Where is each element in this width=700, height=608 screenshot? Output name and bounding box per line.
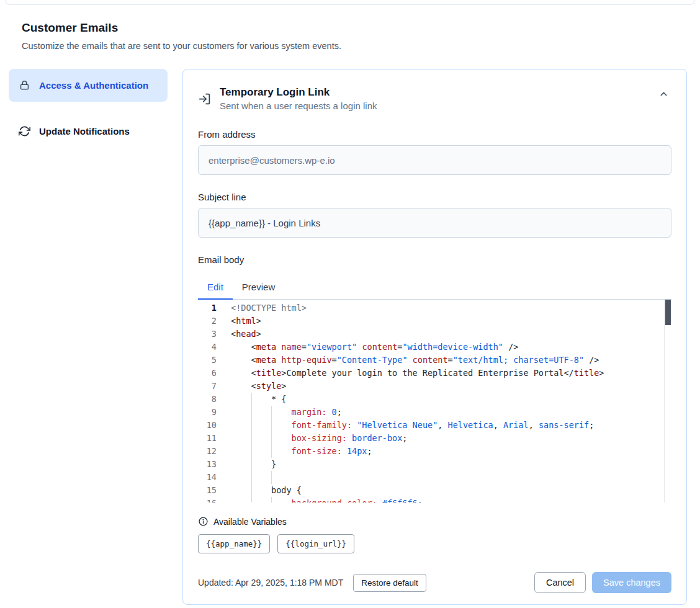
- indent-guide: [271, 419, 272, 432]
- email-body-code-editor[interactable]: 12345678910111213141516 <!DOCTYPE html><…: [198, 300, 671, 503]
- line-number: 15: [198, 484, 217, 497]
- card-header-text: Temporary Login Link Sent when a user re…: [220, 86, 647, 111]
- indent-guide: [251, 497, 252, 503]
- footer-actions: Cancel Save changes: [534, 572, 671, 593]
- indent-guide: [251, 458, 252, 471]
- code-line[interactable]: <head>: [231, 328, 671, 341]
- updated-timestamp: Updated: Apr 29, 2025, 1:18 PM MDT: [198, 578, 343, 588]
- indent-guide: [271, 497, 272, 503]
- indent-guide: [271, 445, 272, 458]
- code-line[interactable]: <html>: [231, 315, 671, 328]
- line-number: 12: [198, 445, 217, 458]
- sidebar-item-label: Access & Authentication: [39, 78, 148, 92]
- card-subtitle: Sent when a user requests a login link: [220, 101, 647, 111]
- line-number: 10: [198, 419, 217, 432]
- tab-preview[interactable]: Preview: [233, 275, 284, 300]
- line-number: 1: [198, 302, 217, 315]
- line-number: 11: [198, 432, 217, 445]
- tab-edit[interactable]: Edit: [198, 275, 233, 300]
- line-number: 2: [198, 315, 217, 328]
- email-types-sidebar: Access & Authentication Update Notificat…: [9, 69, 168, 146]
- subject-line-label: Subject line: [198, 192, 671, 202]
- chevron-up-icon: [658, 89, 669, 99]
- line-number: 16: [198, 497, 217, 503]
- variable-chips: {{app_name}} {{login_url}}: [198, 534, 671, 553]
- editor-gutter: 12345678910111213141516: [198, 302, 225, 503]
- indent-guide: [251, 432, 252, 445]
- card-title: Temporary Login Link: [220, 86, 647, 99]
- from-address-label: From address: [198, 129, 671, 140]
- content-area: Access & Authentication Update Notificat…: [0, 69, 700, 605]
- save-changes-button[interactable]: Save changes: [592, 572, 671, 593]
- indent-guide: [251, 471, 252, 484]
- available-variables-label: Available Variables: [213, 517, 287, 527]
- code-line[interactable]: font-size: 14px;: [231, 445, 671, 458]
- cancel-button[interactable]: Cancel: [534, 572, 586, 593]
- restore-default-button[interactable]: Restore default: [353, 574, 426, 592]
- scrollbar-thumb[interactable]: [665, 300, 671, 325]
- from-address-input[interactable]: [198, 145, 671, 175]
- variable-chip-login-url[interactable]: {{login_url}}: [277, 534, 354, 553]
- indent-guide: [251, 393, 252, 406]
- code-line[interactable]: }: [231, 458, 671, 471]
- card-header: Temporary Login Link Sent when a user re…: [198, 86, 671, 111]
- code-line[interactable]: background-color: #f6f6f6;: [231, 497, 671, 503]
- sidebar-item-access-authentication[interactable]: Access & Authentication: [9, 69, 168, 102]
- code-line[interactable]: body {: [231, 484, 671, 497]
- refresh-icon: [19, 125, 30, 137]
- line-number: 14: [198, 471, 217, 484]
- indent-guide: [271, 406, 272, 419]
- code-line[interactable]: <!DOCTYPE html>: [231, 302, 671, 315]
- code-line[interactable]: * {: [231, 393, 671, 406]
- editor-tabs: Edit Preview: [198, 275, 671, 300]
- editor-scrollbar[interactable]: [664, 300, 671, 503]
- line-number: 13: [198, 458, 217, 471]
- page-title: Customer Emails: [22, 20, 678, 35]
- indent-guide: [251, 419, 252, 432]
- code-line[interactable]: <meta http-equiv="Content-Type" content=…: [231, 354, 671, 367]
- line-number: 8: [198, 393, 217, 406]
- indent-guide: [271, 471, 272, 484]
- line-number: 3: [198, 328, 217, 341]
- code-line[interactable]: box-sizing: border-box;: [231, 432, 671, 445]
- indent-guide: [271, 432, 272, 445]
- code-line[interactable]: <style>: [231, 380, 671, 393]
- line-number: 6: [198, 367, 217, 380]
- indent-guide: [251, 484, 252, 497]
- code-line[interactable]: font-family: "Helvetica Neue", Helvetica…: [231, 419, 671, 432]
- page-header: Customer Emails Customize the emails tha…: [0, 5, 700, 51]
- available-variables-row: Available Variables: [198, 516, 671, 527]
- collapse-button[interactable]: [656, 86, 671, 104]
- sidebar-item-update-notifications[interactable]: Update Notifications: [9, 117, 168, 146]
- code-line[interactable]: margin: 0;: [231, 406, 671, 419]
- code-line[interactable]: <meta name="viewport" content="width=dev…: [231, 341, 671, 354]
- temporary-login-link-card: Temporary Login Link Sent when a user re…: [182, 69, 687, 605]
- indent-guide: [251, 406, 252, 419]
- code-line[interactable]: [231, 471, 671, 484]
- info-icon: [198, 516, 209, 527]
- login-icon: [198, 92, 211, 105]
- variable-chip-app-name[interactable]: {{app_name}}: [198, 534, 270, 553]
- line-number: 9: [198, 406, 217, 419]
- line-number: 4: [198, 341, 217, 354]
- line-number: 5: [198, 354, 217, 367]
- sidebar-item-label: Update Notifications: [39, 124, 130, 138]
- line-number: 7: [198, 380, 217, 393]
- previous-card-bottom-edge: [5, 0, 695, 5]
- page-subtitle: Customize the emails that are sent to yo…: [22, 40, 678, 51]
- lock-icon: [19, 79, 30, 91]
- card-footer: Updated: Apr 29, 2025, 1:18 PM MDT Resto…: [198, 572, 671, 593]
- subject-line-input[interactable]: [198, 208, 671, 238]
- editor-code[interactable]: <!DOCTYPE html><html><head><meta name="v…: [225, 302, 671, 503]
- indent-guide: [251, 445, 252, 458]
- code-line[interactable]: <title>Complete your login to the Replic…: [231, 367, 671, 380]
- email-body-label: Email body: [198, 254, 671, 265]
